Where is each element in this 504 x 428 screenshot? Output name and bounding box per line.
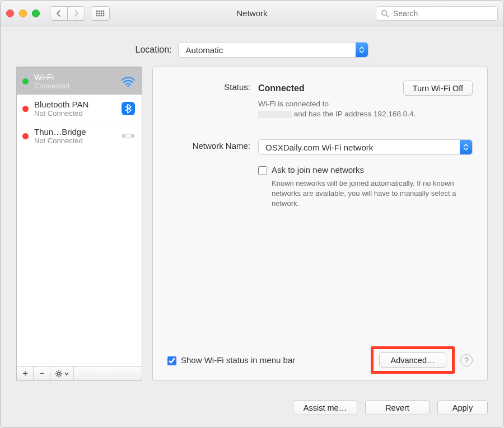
network-preferences-window: Network Location: Automatic Wi-Fi (0, 0, 504, 428)
location-value: Automatic (185, 45, 223, 55)
svg-point-4 (96, 12, 98, 14)
back-button[interactable] (50, 6, 68, 21)
bluetooth-icon (120, 101, 136, 116)
svg-point-11 (103, 15, 105, 16)
search-icon (381, 10, 389, 17)
sidebar-toolbar: ＋ － (16, 366, 142, 381)
network-name-label: Network Name: (167, 139, 250, 155)
remove-interface-button[interactable]: － (34, 366, 50, 380)
interface-actions-menu[interactable] (50, 366, 74, 380)
select-caret-icon (356, 43, 368, 57)
svg-point-6 (101, 12, 102, 14)
svg-point-0 (96, 10, 98, 12)
sidebar-item-name: Wi-Fi (34, 72, 115, 82)
show-wifi-status-label: Show Wi-Fi status in menu bar (181, 355, 295, 365)
forward-button[interactable] (67, 6, 85, 21)
chevron-left-icon (56, 10, 62, 17)
chevron-down-icon (64, 372, 69, 375)
traffic-lights (6, 10, 40, 17)
status-dot-icon (22, 133, 29, 139)
location-label: Location: (136, 45, 172, 55)
svg-point-17 (131, 134, 134, 138)
apply-button[interactable]: Apply (437, 400, 488, 415)
ask-to-join-checkbox[interactable]: Ask to join new networks (258, 165, 473, 175)
svg-point-1 (99, 10, 100, 12)
sidebar-item-status: Not Connected (34, 109, 115, 117)
svg-point-5 (99, 12, 100, 14)
revert-button[interactable]: Revert (365, 400, 430, 415)
svg-line-13 (386, 15, 388, 17)
gear-icon (55, 370, 63, 378)
svg-line-24 (60, 375, 62, 376)
svg-point-7 (103, 12, 105, 14)
ask-to-join-label: Ask to join new networks (272, 165, 364, 175)
search-input[interactable] (392, 8, 493, 18)
svg-point-3 (103, 10, 105, 12)
dialog-footer: Assist me… Revert Apply (1, 390, 503, 427)
status-label: Status: (167, 81, 250, 119)
sidebar-item-name: Bluetooth PAN (34, 100, 115, 109)
status-subtext: Wi-Fi is connected to and has the IP add… (258, 99, 473, 119)
sidebar-item-bluetooth-pan[interactable]: Bluetooth PAN Not Connected (17, 95, 142, 122)
navigation-buttons (50, 6, 85, 21)
svg-point-8 (96, 15, 98, 16)
sidebar-item-status: Connected (34, 82, 115, 90)
help-button[interactable]: ? (460, 354, 473, 366)
ask-to-join-description: Known networks will be joined automatica… (272, 178, 462, 208)
sidebar-item-name: Thun…Bridge (34, 127, 115, 137)
redacted-ssid (258, 111, 292, 118)
svg-point-9 (99, 15, 100, 16)
sidebar-item-status: Not Connected (34, 137, 115, 145)
svg-point-16 (122, 134, 125, 138)
ask-to-join-input[interactable] (258, 166, 267, 175)
assist-me-button[interactable]: Assist me… (293, 400, 357, 415)
interface-detail-panel: Status: Connected Turn Wi-Fi Off Wi-Fi i… (152, 67, 488, 381)
bridge-icon (120, 130, 136, 142)
svg-point-18 (58, 372, 60, 375)
svg-line-23 (57, 371, 58, 372)
window-toolbar: Network (1, 1, 503, 26)
sidebar-item-wifi[interactable]: Wi-Fi Connected (17, 67, 142, 95)
zoom-button[interactable] (32, 10, 40, 17)
search-field-wrap[interactable] (376, 6, 498, 21)
wifi-icon (120, 75, 136, 87)
svg-line-26 (57, 375, 58, 376)
status-dot-icon (22, 78, 29, 84)
interfaces-sidebar: Wi-Fi Connected Bluetooth PAN Not Connec… (16, 67, 142, 381)
tutorial-highlight: Advanced… (371, 346, 455, 374)
close-button[interactable] (6, 10, 14, 17)
wifi-toggle-button[interactable]: Turn Wi-Fi Off (403, 81, 473, 96)
svg-point-10 (101, 15, 102, 16)
sidebar-item-thunderbolt-bridge[interactable]: Thun…Bridge Not Connected (17, 122, 142, 149)
svg-line-25 (60, 371, 62, 372)
show-all-button[interactable] (91, 6, 110, 21)
advanced-button[interactable]: Advanced… (379, 352, 446, 368)
select-caret-icon (460, 140, 472, 154)
minimize-button[interactable] (19, 10, 27, 17)
add-interface-button[interactable]: ＋ (17, 366, 34, 380)
location-select[interactable]: Automatic (178, 42, 368, 58)
chevron-right-icon (73, 10, 79, 17)
status-dot-icon (22, 106, 29, 112)
svg-point-14 (127, 85, 129, 87)
status-value: Connected (258, 83, 305, 93)
svg-point-2 (101, 10, 102, 12)
network-name-select[interactable]: OSXDaily.com Wi-Fi network (258, 139, 473, 155)
show-wifi-status-input[interactable] (167, 356, 176, 365)
network-name-value: OSXDaily.com Wi-Fi network (265, 143, 373, 152)
grid-icon (96, 10, 105, 17)
show-wifi-status-checkbox[interactable]: Show Wi-Fi status in menu bar (167, 355, 295, 365)
location-row: Location: Automatic (1, 26, 503, 67)
